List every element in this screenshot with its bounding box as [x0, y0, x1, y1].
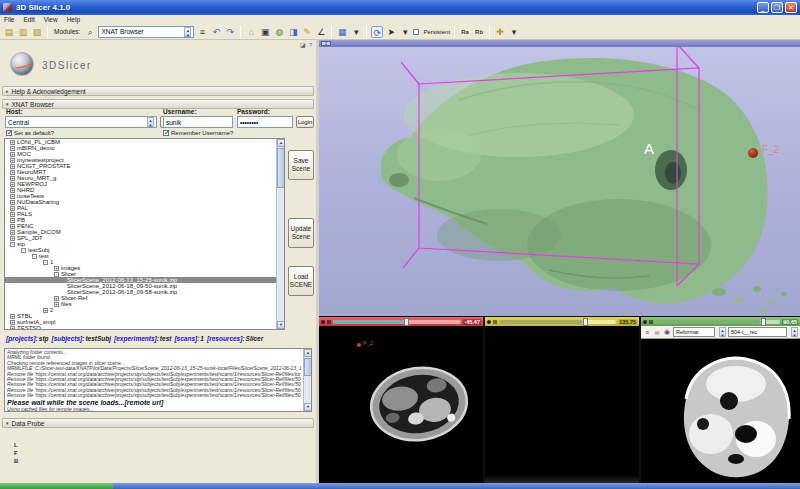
panel-help-icon[interactable]: ? — [309, 42, 312, 48]
expand-icon[interactable]: + — [10, 140, 15, 145]
markup-icon[interactable]: ✎ — [301, 26, 313, 38]
expand-icon[interactable]: + — [10, 218, 15, 223]
menu-edit[interactable]: Edit — [23, 16, 34, 23]
scrollbar-thumb[interactable] — [304, 358, 312, 376]
expand-icon[interactable]: + — [10, 206, 15, 211]
slice-pin-icon[interactable] — [321, 320, 325, 324]
layout-icon[interactable]: ▦ — [336, 26, 348, 38]
expand-icon[interactable]: + — [10, 188, 15, 193]
module-selector[interactable]: XNAT Browser ▲▼ — [98, 26, 194, 38]
username-field[interactable] — [163, 116, 233, 128]
slice-pin-icon[interactable] — [487, 320, 491, 324]
expand-icon[interactable]: + — [10, 170, 15, 175]
orientation-spinner[interactable]: ▲▼ — [719, 327, 726, 337]
expand-icon[interactable]: + — [10, 194, 15, 199]
persistent-checkbox[interactable] — [413, 29, 419, 35]
search-icon[interactable]: ⌕ — [84, 26, 96, 38]
menu-icon[interactable]: ≡ — [643, 329, 651, 336]
mouse-mode-icon[interactable]: ➤ — [385, 26, 397, 38]
threed-view[interactable]: 1 A F_2 — [319, 40, 800, 316]
set-default-checkbox[interactable] — [6, 130, 12, 136]
scroll-up-icon[interactable]: ▲ — [277, 139, 285, 147]
orientation-select[interactable]: Reformat — [673, 327, 715, 337]
module-selector-spinner[interactable]: ▲▼ — [184, 27, 191, 37]
slice-pin-icon[interactable] — [643, 320, 647, 324]
expand-icon[interactable]: + — [10, 320, 15, 325]
expand-icon[interactable]: + — [10, 326, 15, 331]
compare-view-icon[interactable]: ◨ — [287, 26, 299, 38]
scene-views-icon[interactable]: ◍ — [273, 26, 285, 38]
panel-pin-icon[interactable]: ◪ — [300, 41, 306, 48]
collapse-icon[interactable]: - — [10, 242, 15, 247]
back-icon[interactable]: ↶ — [210, 26, 222, 38]
remember-username-checkbox[interactable] — [163, 130, 169, 136]
expand-icon[interactable]: + — [10, 212, 15, 217]
eye-icon[interactable]: ◉ — [663, 328, 671, 336]
collapse-icon[interactable]: - — [43, 260, 48, 265]
expand-icon[interactable]: + — [10, 158, 15, 163]
collapse-icon[interactable]: - — [54, 272, 59, 277]
green-slice-controller[interactable]: 90.65 — [641, 317, 800, 326]
login-button[interactable]: Login — [296, 116, 314, 128]
annotation-ruler-icon[interactable]: Ra — [459, 26, 471, 38]
username-input[interactable] — [166, 119, 230, 126]
slider-handle[interactable] — [761, 318, 766, 326]
log-scrollbar[interactable]: ▲ ▼ — [303, 349, 311, 411]
volume-select[interactable]: 504-t__rec — [728, 327, 787, 337]
host-select-spinner[interactable]: ▲▼ — [147, 117, 154, 127]
red-slice-controller[interactable]: -45.47 — [319, 317, 483, 326]
expand-icon[interactable]: + — [10, 182, 15, 187]
expand-icon[interactable]: + — [10, 200, 15, 205]
expand-icon[interactable]: + — [10, 164, 15, 169]
threed-view-controller-bar[interactable]: 1 — [319, 40, 800, 47]
save-scene-button[interactable]: Save Scene — [288, 150, 314, 180]
collapse-icon[interactable]: - — [21, 248, 26, 253]
slider-handle[interactable] — [583, 318, 588, 326]
view-pin-icon[interactable]: 1 — [321, 41, 331, 46]
mouse-mode-dropdown-icon[interactable]: ▾ — [399, 26, 411, 38]
fiducial-marker[interactable] — [748, 148, 758, 158]
load-scene-icon[interactable]: ▥ — [17, 26, 29, 38]
slider-handle[interactable] — [404, 318, 409, 326]
scroll-down-icon[interactable]: ▼ — [304, 403, 312, 411]
slice-menu-icon[interactable] — [493, 320, 497, 324]
tree-scrollbar[interactable]: ▲ ▼ — [276, 139, 284, 329]
expand-icon[interactable]: + — [10, 152, 15, 157]
volume-spinner[interactable]: ▲▼ — [791, 327, 798, 337]
screenshot-icon[interactable]: ▣ — [259, 26, 271, 38]
save-scene-icon[interactable]: ▤ — [3, 26, 15, 38]
scroll-up-icon[interactable]: ▲ — [304, 349, 312, 357]
expand-icon[interactable]: + — [10, 236, 15, 241]
expand-icon[interactable]: + — [10, 176, 15, 181]
home-icon[interactable]: ⌂ — [245, 26, 257, 38]
menu-help[interactable]: Help — [67, 16, 80, 23]
slice-menu-icon[interactable] — [649, 320, 653, 324]
green-slice-slider[interactable] — [655, 320, 780, 324]
fiducial-marker[interactable] — [357, 343, 361, 347]
add-data-icon[interactable]: ▧ — [31, 26, 43, 38]
yellow-slice-controller[interactable]: 135.75 — [485, 317, 639, 326]
load-scene-button[interactable]: Load SCENE — [288, 266, 314, 296]
host-select[interactable]: Central ▲▼ — [5, 116, 157, 128]
slice-menu-icon[interactable] — [327, 320, 331, 324]
red-slice-slider[interactable] — [333, 320, 461, 324]
scrollbar-thumb[interactable] — [277, 148, 285, 188]
expand-icon[interactable]: + — [10, 314, 15, 319]
fiducial-dropdown-icon[interactable]: ▾ — [508, 26, 520, 38]
forward-icon[interactable]: ↷ — [224, 26, 236, 38]
minimize-button[interactable]: _ — [757, 2, 769, 13]
yellow-slice-view[interactable]: 135.75 — [485, 317, 639, 483]
password-field[interactable] — [237, 116, 293, 128]
refresh-icon[interactable]: ⟳ — [371, 26, 383, 38]
expand-icon[interactable]: + — [54, 302, 59, 307]
expand-icon[interactable]: + — [10, 146, 15, 151]
scroll-down-icon[interactable]: ▼ — [277, 321, 285, 329]
expand-icon[interactable]: + — [43, 308, 48, 313]
link-icon[interactable]: ∞ — [653, 329, 661, 336]
expand-icon[interactable]: + — [10, 230, 15, 235]
layout-dropdown-icon[interactable]: ▾ — [350, 26, 362, 38]
yellow-slice-slider[interactable] — [499, 320, 616, 324]
status-log[interactable]: Analyzing folder contents... MRML folder… — [4, 348, 312, 412]
green-slice-view[interactable]: 90.65 ≡ ∞ ◉ Reformat ▲▼ 504-t__rec ▲▼ — [641, 317, 800, 483]
close-button[interactable]: ✕ — [785, 2, 797, 13]
